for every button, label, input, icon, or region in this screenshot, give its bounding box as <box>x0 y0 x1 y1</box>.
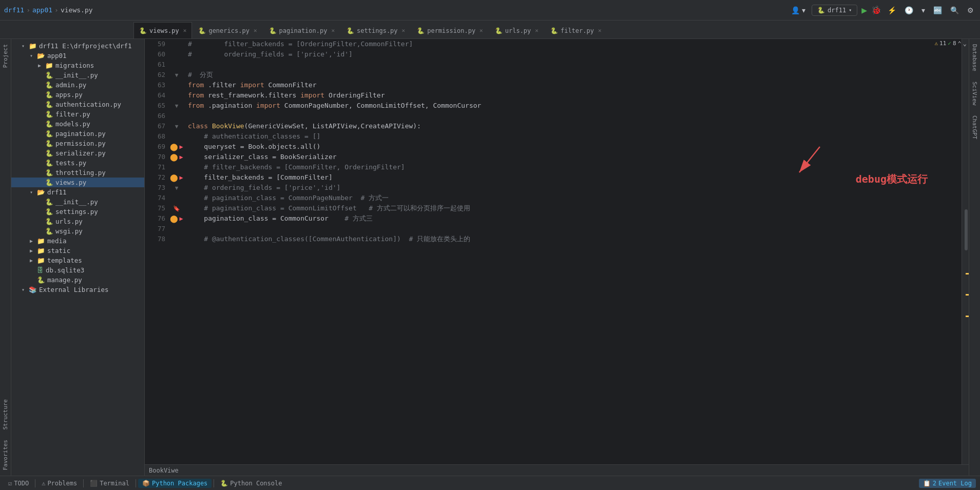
tab-generics-py[interactable]: 🐍 generics.py ✕ <box>193 22 262 38</box>
tab-close-filter[interactable]: ✕ <box>598 27 602 34</box>
scroll-expand-icon[interactable]: ⌃ <box>958 40 962 47</box>
tab-close-permission[interactable]: ✕ <box>479 27 483 34</box>
tab-close-generics[interactable]: ✕ <box>254 27 257 34</box>
tree-item-pagination[interactable]: ▶ 🐍 pagination.py <box>11 129 144 139</box>
folder-icon-media: 📁 <box>37 237 45 245</box>
translate-icon[interactable]: 🔤 <box>931 4 944 16</box>
tree-item-ext-libs[interactable]: ▾ 📚 External Libraries <box>11 285 144 295</box>
arrow-70: ▶ <box>179 153 183 161</box>
tree-arrow-static: ▶ <box>30 248 37 253</box>
fold-icon-73[interactable]: ▼ <box>175 185 179 191</box>
todo-btn[interactable]: ☑ TODO <box>4 479 33 488</box>
tree-item-db[interactable]: ▶ 🗄 db.sqlite3 <box>11 265 144 275</box>
arrow-72: ▶ <box>179 174 183 181</box>
db-icon: 🗄 <box>37 266 44 274</box>
breadcrumb-sep2: › <box>54 6 59 14</box>
tree-item-auth[interactable]: ▶ 🐍 authentication.py <box>11 100 144 109</box>
event-log-btn[interactable]: 📋 2 Event Log <box>919 479 976 488</box>
vtab-structure[interactable]: Structure <box>1 394 10 435</box>
fold-icon-65[interactable]: ▼ <box>175 103 179 109</box>
tab-settings-py[interactable]: 🐍 settings.py ✕ <box>341 22 411 38</box>
tab-icon-permission: 🐍 <box>417 27 425 34</box>
tree-item-urls-drf11[interactable]: ▶ 🐍 urls.py <box>11 217 144 226</box>
scroll-right[interactable]: ⚠ 11 ✓ 8 ⌃ ⌄ <box>962 39 969 464</box>
tree-item-app01[interactable]: ▾ 📂 app01 <box>11 51 144 61</box>
tree-item-init-app01[interactable]: ▶ 🐍 __init__.py <box>11 70 144 80</box>
vtab-chatgpt[interactable]: ChatGPT <box>970 110 979 144</box>
editor-gutter: ▼ ▼ ▼ ⬤ ▶ ⬤ ▶ <box>169 39 184 464</box>
vtab-database[interactable]: Database <box>970 39 979 76</box>
tree-item-manage[interactable]: ▶ 🐍 manage.py <box>11 275 144 285</box>
tree-item-apps[interactable]: ▶ 🐍 apps.py <box>11 90 144 100</box>
top-toolbar: drf11 › app01 › views.py 👤 ▾ 🐍 drf11 ▾ ▶… <box>0 0 980 21</box>
tab-close-pagination[interactable]: ✕ <box>331 27 335 34</box>
tree-item-filter[interactable]: ▶ 🐍 filter.py <box>11 109 144 119</box>
settings-icon[interactable]: ⚙ <box>965 4 976 16</box>
tab-close-urls[interactable]: ✕ <box>535 27 539 34</box>
account-icon[interactable]: 👤 ▾ <box>789 4 808 16</box>
more-run-icon[interactable]: ▾ <box>919 4 927 16</box>
vtab-project[interactable]: Project <box>1 39 10 73</box>
debug-button[interactable]: 🐞 <box>871 5 881 15</box>
tree-item-wsgi[interactable]: ▶ 🐍 wsgi.py <box>11 226 144 236</box>
code-line-59: # filter_backends = [OrderingFilter,Comm… <box>188 39 962 49</box>
python-console-btn[interactable]: 🐍 Python Console <box>216 479 286 488</box>
py-icon-settings-drf11: 🐍 <box>45 208 53 215</box>
tab-views-py[interactable]: 🐍 views.py ✕ <box>133 22 192 38</box>
tree-item-init-drf11[interactable]: ▶ 🐍 __init__.py <box>11 197 144 207</box>
line-numbers: 59 60 61 62 63 64 65 66 67 68 69 70 71 7… <box>145 39 169 464</box>
tree-item-permission[interactable]: ▶ 🐍 permission.py <box>11 139 144 148</box>
breadcrumb-views[interactable]: views.py <box>61 6 93 14</box>
breadcrumb-sep1: › <box>26 6 30 14</box>
tree-item-serializer[interactable]: ▶ 🐍 serializer.py <box>11 148 144 158</box>
tree-item-static[interactable]: ▶ 📁 static <box>11 246 144 256</box>
tree-item-drf11-pkg[interactable]: ▾ 📂 drf11 <box>11 187 144 197</box>
tab-label-generics: generics.py <box>208 27 249 34</box>
run-button[interactable]: ▶ <box>861 5 867 15</box>
code-area[interactable]: # filter_backends = [OrderingFilter,Comm… <box>184 39 962 464</box>
tab-filter-py[interactable]: 🐍 filter.py ✕ <box>545 22 607 38</box>
breadcrumb: drf11 › app01 › views.py <box>4 6 93 14</box>
tree-item-templates[interactable]: ▶ 📁 templates <box>11 256 144 265</box>
tab-permission-py[interactable]: 🐍 permission.py ✕ <box>411 22 489 38</box>
tree-arrow-drf11: ▾ <box>22 43 29 49</box>
editor-area: debug模式运行 59 60 61 62 63 64 65 66 67 68 … <box>145 39 969 476</box>
scroll-more-icon[interactable]: ⌄ <box>963 40 967 47</box>
tree-item-tests[interactable]: ▶ 🐍 tests.py <box>11 158 144 168</box>
tree-item-views[interactable]: ▶ 🐍 views.py <box>11 178 144 187</box>
scroll-thumb[interactable] <box>965 209 968 250</box>
tab-pagination-py[interactable]: 🐍 pagination.py ✕ <box>263 22 341 38</box>
tree-item-models[interactable]: ▶ 🐍 models.py <box>11 119 144 129</box>
vtab-favorites[interactable]: Favorites <box>1 435 10 476</box>
arrow-76: ▶ <box>179 215 183 222</box>
py-icon-filter: 🐍 <box>45 110 53 118</box>
run-coverage-icon[interactable]: ⚡ <box>886 4 898 16</box>
code-line-62: # 分页 <box>188 70 962 80</box>
breadcrumb-drf11[interactable]: drf11 <box>4 6 24 14</box>
python-packages-btn[interactable]: 📦 Python Packages <box>138 479 212 488</box>
fold-icon-67[interactable]: ▼ <box>175 123 179 130</box>
tree-label-auth: authentication.py <box>55 101 121 108</box>
tab-close-views[interactable]: ✕ <box>183 27 187 34</box>
left-vtabs: Project Structure Favorites <box>0 39 11 476</box>
tab-urls-py[interactable]: 🐍 urls.py ✕ <box>489 22 544 38</box>
tree-item-migrations[interactable]: ▶ 📁 migrations <box>11 61 144 70</box>
tree-item-drf11[interactable]: ▾ 📁 drf11 E:\drfproject\drf1 <box>11 41 144 51</box>
tree-item-throttling[interactable]: ▶ 🐍 throttling.py <box>11 168 144 178</box>
profiler-icon[interactable]: 🕐 <box>902 4 915 16</box>
tree-item-admin[interactable]: ▶ 🐍 admin.py <box>11 80 144 90</box>
tree-item-media[interactable]: ▶ 📁 media <box>11 236 144 246</box>
breadcrumb-app01[interactable]: app01 <box>32 6 52 14</box>
problems-btn[interactable]: ⚠ Problems <box>37 479 81 488</box>
search-icon[interactable]: 🔍 <box>948 4 961 16</box>
status-bar: ☑ TODO ⚠ Problems ⬛ Terminal 📦 Python Pa… <box>0 476 980 490</box>
tree-item-settings-drf11[interactable]: ▶ 🐍 settings.py <box>11 207 144 217</box>
vtab-sciview[interactable]: SciView <box>970 76 979 110</box>
terminal-btn[interactable]: ⬛ Terminal <box>86 479 133 488</box>
code-line-68: # authentication_classes = [] <box>188 131 962 142</box>
tab-close-settings[interactable]: ✕ <box>402 27 406 34</box>
run-config[interactable]: 🐍 drf11 ▾ <box>812 5 857 16</box>
fold-icon-62[interactable]: ▼ <box>175 72 179 79</box>
sidebar-tree: ▾ 📁 drf11 E:\drfproject\drf1 ▾ 📂 app01 ▶… <box>11 39 144 297</box>
python-console-icon: 🐍 <box>220 480 228 487</box>
